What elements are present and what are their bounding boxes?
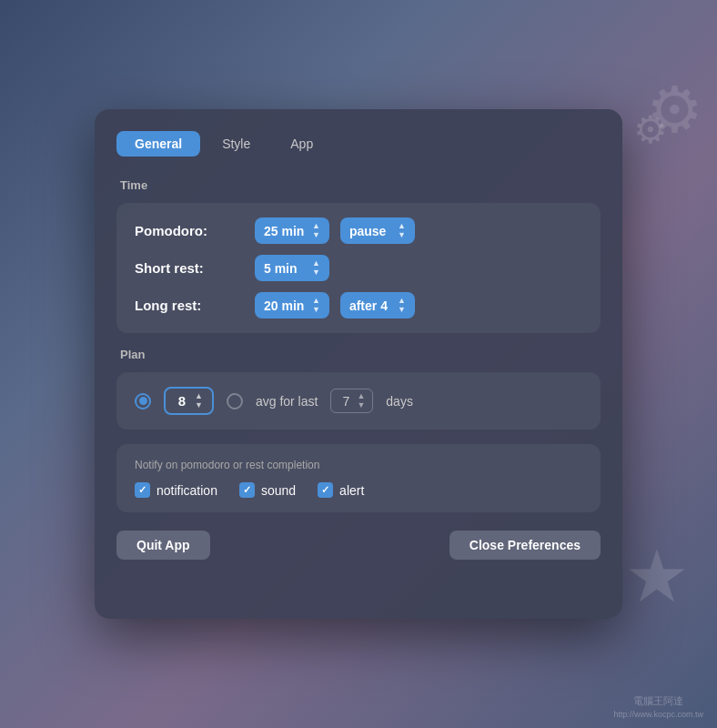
long-rest-min-stepper[interactable]: 20 min ▲ ▼	[255, 292, 329, 318]
long-rest-min-value: 20 min	[264, 298, 305, 313]
plan-avg-arrows: ▲ ▼	[357, 392, 365, 410]
pomodoro-mode-stepper[interactable]: pause ▲ ▼	[340, 217, 415, 244]
short-rest-label: Short rest:	[135, 260, 244, 276]
plan-fixed-number-box[interactable]: 8 ▲ ▼	[164, 387, 214, 415]
long-rest-after-value: after 4	[349, 298, 390, 313]
alert-label: alert	[339, 483, 364, 498]
pomodoro-row: Pomodoro: 25 min ▲ ▼ pause ▲ ▼	[135, 217, 582, 244]
checkbox-row: ✓ notification ✓ sound ✓ alert	[135, 482, 582, 498]
alert-checkmark: ✓	[321, 484, 329, 496]
alert-checkbox-item[interactable]: ✓ alert	[318, 482, 364, 498]
plan-section-label: Plan	[120, 348, 601, 361]
notification-label: notification	[157, 483, 217, 498]
bottom-bar: Quit App Close Preferences	[116, 531, 601, 560]
notify-description: Notify on pomodoro or rest completion	[135, 459, 582, 471]
notification-checkbox[interactable]: ✓	[135, 482, 150, 498]
pomodoro-label: Pomodoro:	[135, 223, 244, 238]
quit-app-button[interactable]: Quit App	[116, 531, 210, 560]
pomodoro-min-value: 25 min	[264, 224, 305, 238]
time-section-label: Time	[120, 178, 601, 192]
pomodoro-mode-arrows: ▲ ▼	[398, 222, 406, 239]
sound-checkmark: ✓	[243, 484, 251, 496]
short-rest-stepper[interactable]: 5 min ▲ ▼	[255, 255, 329, 281]
pomodoro-mode-value: pause	[349, 224, 390, 238]
plan-fixed-arrows: ▲ ▼	[195, 392, 203, 410]
plan-avg-value: 7	[338, 394, 353, 409]
notification-checkmark: ✓	[138, 484, 146, 496]
sound-checkbox[interactable]: ✓	[239, 482, 255, 498]
short-rest-value: 5 min	[264, 261, 305, 276]
sound-checkbox-item[interactable]: ✓ sound	[239, 482, 296, 498]
short-rest-row: Short rest: 5 min ▲ ▼	[135, 255, 582, 281]
tab-app[interactable]: App	[272, 131, 331, 157]
time-card: Pomodoro: 25 min ▲ ▼ pause ▲ ▼ Short res…	[116, 203, 601, 333]
plan-card: 8 ▲ ▼ avg for last 7 ▲ ▼ days	[116, 372, 601, 430]
sound-label: sound	[261, 483, 296, 498]
notification-checkbox-item[interactable]: ✓ notification	[135, 482, 217, 498]
alert-checkbox[interactable]: ✓	[318, 482, 333, 498]
watermark: 電腦王阿達 http://www.kocpc.com.tw	[613, 694, 703, 719]
plan-avg-number-box[interactable]: 7 ▲ ▼	[330, 389, 373, 413]
pomodoro-min-stepper[interactable]: 25 min ▲ ▼	[255, 217, 329, 244]
tab-bar: General Style App	[116, 131, 601, 157]
plan-fixed-value: 8	[175, 393, 189, 409]
long-rest-min-arrows: ▲ ▼	[312, 297, 320, 314]
tab-general[interactable]: General	[116, 131, 200, 157]
plan-days-label: days	[386, 394, 413, 409]
panel-gear-icon: ⚙	[633, 107, 668, 152]
long-rest-row: Long rest: 20 min ▲ ▼ after 4 ▲ ▼	[135, 292, 582, 318]
plan-avg-label: avg for last	[256, 394, 318, 409]
tab-style[interactable]: Style	[204, 131, 268, 157]
long-rest-after-stepper[interactable]: after 4 ▲ ▼	[340, 292, 415, 318]
notify-card: Notify on pomodoro or rest completion ✓ …	[116, 444, 601, 512]
short-rest-arrows: ▲ ▼	[312, 259, 320, 277]
long-rest-label: Long rest:	[135, 298, 244, 313]
long-rest-after-arrows: ▲ ▼	[398, 297, 406, 314]
close-preferences-button[interactable]: Close Preferences	[449, 531, 601, 560]
bg-star-icon: ★	[624, 534, 690, 619]
preferences-panel: ⚙ General Style App Time Pomodoro: 25 mi…	[95, 109, 622, 619]
pomodoro-min-arrows: ▲ ▼	[312, 222, 320, 239]
plan-fixed-radio[interactable]	[135, 393, 151, 410]
plan-row: 8 ▲ ▼ avg for last 7 ▲ ▼ days	[135, 387, 582, 415]
plan-avg-radio[interactable]	[227, 393, 243, 410]
